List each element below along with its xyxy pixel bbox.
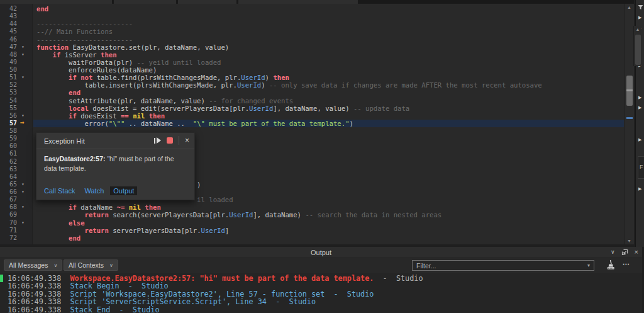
gutter-line[interactable]: 68▾: [0, 203, 32, 211]
tree-expand-icon[interactable]: ▶: [638, 137, 641, 142]
code-line[interactable]: return search(serverPlayersData[plr.User…: [33, 211, 624, 219]
line-number: 53: [9, 89, 17, 96]
gutter-line[interactable]: 63: [0, 166, 32, 173]
code-line[interactable]: local doesExist = edit(serverPlayersData…: [33, 105, 624, 112]
fold-arrow-icon[interactable]: ▾: [21, 203, 25, 211]
fold-arrow-icon[interactable]: ▾: [21, 181, 25, 188]
line-number: 65: [9, 181, 17, 188]
fold-arrow-icon[interactable]: ▾: [21, 219, 25, 227]
code-line[interactable]: ------------------------: [33, 20, 624, 28]
popup-link-call-stack[interactable]: Call Stack: [44, 187, 75, 195]
popup-link-output[interactable]: Output: [110, 186, 137, 195]
gutter-line[interactable]: 45: [0, 28, 32, 35]
log-row[interactable]: 16:06:49.338 Stack End - Studio: [0, 306, 642, 313]
line-number: 64: [9, 173, 17, 181]
tree-expand-icon[interactable]: ▶: [638, 15, 641, 20]
code-line[interactable]: else: [33, 219, 624, 227]
current-code-line[interactable]: error("\"" .. dataName .. "\" must be pa…: [33, 120, 624, 127]
gutter-line[interactable]: 61: [0, 150, 32, 157]
popup-close-button[interactable]: ×: [185, 137, 189, 144]
code-line[interactable]: waitForData(plr) -- yeild until loaded: [33, 59, 624, 66]
output-scrollbar[interactable]: ▲: [633, 26, 641, 66]
code-line[interactable]: [33, 13, 624, 20]
gutter-line[interactable]: 52: [0, 81, 32, 89]
code-line[interactable]: ------------------------: [33, 36, 624, 43]
gutter-line[interactable]: 58: [0, 127, 32, 135]
output-scrollbar-thumb[interactable]: [635, 35, 641, 65]
chevron-down-icon: ▾: [587, 263, 590, 268]
popup-link-watch[interactable]: Watch: [85, 187, 104, 195]
resume-button[interactable]: [154, 137, 161, 144]
stop-button[interactable]: [167, 137, 173, 144]
tree-expand-icon[interactable]: ▶: [638, 95, 641, 100]
output-scroll-up-icon[interactable]: ▲: [634, 27, 641, 31]
gutter-line[interactable]: 57→: [0, 120, 32, 127]
gutter-line[interactable]: 70▾: [0, 219, 32, 227]
code-line[interactable]: return serverPlayersData[plr.UserId]: [33, 227, 624, 234]
gutter-line[interactable]: 60: [0, 142, 32, 150]
fold-arrow-icon[interactable]: ▾: [21, 51, 25, 59]
gutter-line[interactable]: 49: [0, 59, 32, 66]
code-line[interactable]: end: [33, 5, 624, 13]
gutter-line[interactable]: 72: [0, 234, 32, 242]
output-panel-title: Output: [0, 249, 642, 256]
fold-arrow-icon[interactable]: ▾: [21, 188, 25, 196]
gutter-line[interactable]: 56▾: [0, 112, 32, 120]
gutter-line[interactable]: 62: [0, 158, 32, 166]
scroll-down-icon[interactable]: ▼: [625, 239, 634, 243]
panel-collapse-icon[interactable]: ∨: [611, 249, 615, 255]
tree-expand-icon[interactable]: ▶: [638, 105, 641, 110]
tree-expand-icon[interactable]: ▶: [638, 186, 641, 191]
scrollbar-thumb[interactable]: [626, 76, 633, 106]
line-number: 45: [9, 28, 17, 35]
gutter-line[interactable]: 69: [0, 211, 32, 219]
output-log[interactable]: 16:06:49.338 Workspace.EasyDatastore2:57…: [0, 273, 642, 313]
gutter-line[interactable]: 42: [0, 5, 32, 13]
scroll-up-icon[interactable]: ▲: [625, 5, 634, 9]
code-line[interactable]: setAttribute(plr, dataName, value) -- fo…: [33, 97, 624, 105]
contexts-filter-dropdown[interactable]: All Contexts ∨: [64, 259, 118, 271]
code-line[interactable]: function EasyDatastore.set(plr, dataName…: [33, 43, 624, 51]
script-editor[interactable]: 424344454647▾48▾495051▾5253545556▾57→585…: [0, 4, 624, 244]
fold-arrow-icon[interactable]: ▾: [21, 74, 25, 81]
gutter-line[interactable]: 44: [0, 20, 32, 28]
panel-close-icon[interactable]: ×: [635, 248, 638, 256]
gutter-line[interactable]: 47▾: [0, 43, 32, 51]
code-line[interactable]: if isServer then: [33, 51, 624, 59]
panel-float-icon[interactable]: [621, 249, 628, 256]
gutter-line[interactable]: 59: [0, 135, 32, 142]
output-title-bar[interactable]: Output ∨ ×: [0, 247, 642, 258]
filter-placeholder: Filter...: [416, 262, 436, 270]
gutter-line[interactable]: 53: [0, 89, 32, 96]
code-line[interactable]: enforceRules(dataName): [33, 66, 624, 74]
gutter-line[interactable]: 67: [0, 196, 32, 203]
gutter-line[interactable]: 48▾: [0, 51, 32, 59]
messages-filter-dropdown[interactable]: All Messages ∨: [4, 259, 62, 271]
output-filter-input[interactable]: Filter... ▾: [412, 260, 594, 271]
code-line[interactable]: if doesExist == nil then: [33, 112, 624, 120]
code-line[interactable]: if not table.find(plrsWithChangesMade, p…: [33, 74, 624, 81]
editor-vertical-scrollbar[interactable]: ▲ ▼: [624, 4, 634, 244]
code-line[interactable]: end: [33, 89, 624, 96]
gutter-line[interactable]: 51▾: [0, 74, 32, 81]
code-lines[interactable]: end--------------------------// Main Fun…: [33, 4, 624, 244]
gutter-line[interactable]: 46: [0, 36, 32, 43]
gutter-line[interactable]: 55: [0, 105, 32, 112]
code-line[interactable]: end: [33, 234, 624, 242]
gutter-line[interactable]: 71: [0, 227, 32, 234]
clear-output-button[interactable]: [604, 259, 615, 271]
gutter-line[interactable]: 66▾: [0, 188, 32, 196]
gutter-line[interactable]: 65▾: [0, 181, 32, 188]
gutter-line[interactable]: 54: [0, 97, 32, 105]
exception-message: EasyDatastore2:57: "hi" must be part of …: [36, 149, 194, 173]
code-line[interactable]: table.insert(plrsWithChangesMade, plr.Us…: [33, 81, 624, 89]
line-number: 63: [9, 166, 17, 173]
code-line[interactable]: if dataName ~= nil then: [33, 203, 624, 211]
fold-arrow-icon[interactable]: ▾: [21, 43, 25, 51]
exception-hit-popup: Exception Hit × EasyDatastore2:57: "hi" …: [36, 132, 195, 200]
gutter-line[interactable]: 43: [0, 13, 32, 20]
gutter-line[interactable]: 64: [0, 173, 32, 181]
more-options-button[interactable]: ⋯: [623, 260, 630, 268]
gutter-line[interactable]: 50: [0, 66, 32, 74]
code-line[interactable]: --// Main Functions: [33, 28, 624, 35]
